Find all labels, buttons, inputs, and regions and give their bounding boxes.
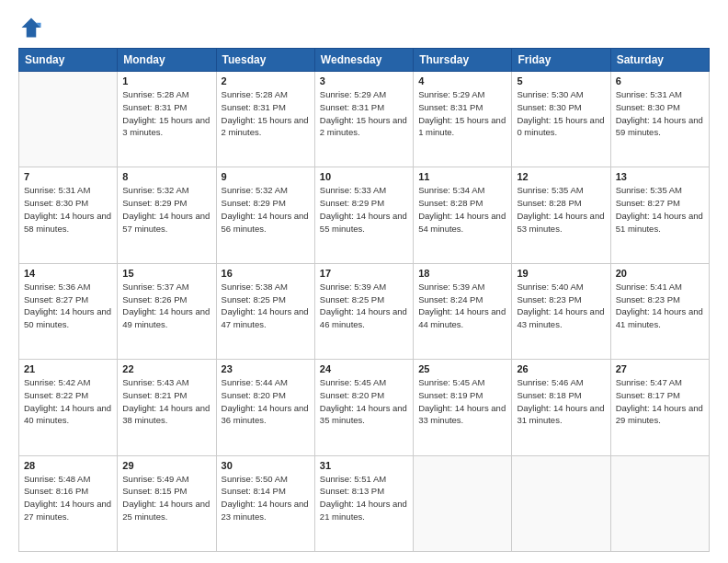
calendar-cell (19, 72, 118, 167)
calendar-cell: 30Sunrise: 5:50 AMSunset: 8:14 PMDayligh… (216, 455, 314, 551)
cell-date: 28 (24, 460, 112, 471)
cell-date: 20 (616, 268, 704, 279)
cell-date: 15 (122, 268, 210, 279)
cell-date: 31 (320, 460, 408, 471)
cell-date: 8 (122, 171, 210, 182)
cell-date: 11 (418, 171, 506, 182)
cell-info: Sunrise: 5:45 AMSunset: 8:19 PMDaylight:… (418, 376, 506, 427)
cell-info: Sunrise: 5:32 AMSunset: 8:29 PMDaylight:… (222, 184, 310, 235)
cell-date: 12 (517, 171, 605, 182)
calendar-cell: 31Sunrise: 5:51 AMSunset: 8:13 PMDayligh… (314, 455, 413, 551)
calendar-cell: 3Sunrise: 5:29 AMSunset: 8:31 PMDaylight… (314, 72, 413, 167)
cell-info: Sunrise: 5:51 AMSunset: 8:13 PMDaylight:… (320, 473, 408, 523)
calendar-week-2: 7Sunrise: 5:31 AMSunset: 8:30 PMDaylight… (19, 167, 710, 263)
calendar-week-3: 14Sunrise: 5:36 AMSunset: 8:27 PMDayligh… (19, 263, 710, 359)
header (18, 15, 710, 40)
cell-date: 10 (320, 171, 408, 182)
day-header-tuesday: Tuesday (216, 49, 314, 72)
cell-info: Sunrise: 5:37 AMSunset: 8:26 PMDaylight:… (122, 281, 210, 331)
calendar-cell: 21Sunrise: 5:42 AMSunset: 8:22 PMDayligh… (19, 360, 118, 455)
calendar-week-1: 1Sunrise: 5:28 AMSunset: 8:31 PMDaylight… (19, 72, 710, 167)
cell-info: Sunrise: 5:31 AMSunset: 8:30 PMDaylight:… (24, 184, 112, 235)
cell-info: Sunrise: 5:40 AMSunset: 8:23 PMDaylight:… (517, 281, 605, 331)
svg-marker-0 (22, 18, 41, 38)
calendar-week-5: 28Sunrise: 5:48 AMSunset: 8:16 PMDayligh… (19, 455, 710, 551)
cell-date: 26 (517, 363, 605, 374)
day-header-wednesday: Wednesday (314, 49, 413, 72)
cell-date: 5 (517, 75, 605, 86)
cell-info: Sunrise: 5:42 AMSunset: 8:22 PMDaylight:… (24, 376, 112, 427)
calendar-cell: 6Sunrise: 5:31 AMSunset: 8:30 PMDaylight… (610, 72, 709, 167)
cell-date: 30 (222, 460, 310, 471)
calendar-week-4: 21Sunrise: 5:42 AMSunset: 8:22 PMDayligh… (19, 360, 710, 455)
cell-info: Sunrise: 5:36 AMSunset: 8:27 PMDaylight:… (24, 281, 112, 331)
cell-info: Sunrise: 5:48 AMSunset: 8:16 PMDaylight:… (24, 473, 112, 523)
cell-info: Sunrise: 5:29 AMSunset: 8:31 PMDaylight:… (418, 88, 506, 139)
cell-info: Sunrise: 5:41 AMSunset: 8:23 PMDaylight:… (616, 281, 704, 331)
cell-date: 17 (320, 268, 408, 279)
cell-date: 22 (122, 363, 210, 374)
calendar-cell: 10Sunrise: 5:33 AMSunset: 8:29 PMDayligh… (314, 167, 413, 263)
cell-date: 13 (616, 171, 704, 182)
calendar-cell: 9Sunrise: 5:32 AMSunset: 8:29 PMDaylight… (216, 167, 314, 263)
cell-info: Sunrise: 5:50 AMSunset: 8:14 PMDaylight:… (222, 473, 310, 523)
logo-icon (18, 15, 44, 40)
cell-info: Sunrise: 5:28 AMSunset: 8:31 PMDaylight:… (122, 88, 210, 139)
cell-info: Sunrise: 5:45 AMSunset: 8:20 PMDaylight:… (320, 376, 408, 427)
cell-info: Sunrise: 5:38 AMSunset: 8:25 PMDaylight:… (222, 281, 310, 331)
calendar-header-row: SundayMondayTuesdayWednesdayThursdayFrid… (19, 49, 710, 72)
cell-date: 18 (418, 268, 506, 279)
cell-info: Sunrise: 5:29 AMSunset: 8:31 PMDaylight:… (320, 88, 408, 139)
cell-info: Sunrise: 5:32 AMSunset: 8:29 PMDaylight:… (122, 184, 210, 235)
cell-info: Sunrise: 5:28 AMSunset: 8:31 PMDaylight:… (222, 88, 310, 139)
calendar-cell: 26Sunrise: 5:46 AMSunset: 8:18 PMDayligh… (512, 360, 610, 455)
cell-date: 9 (222, 171, 310, 182)
cell-info: Sunrise: 5:46 AMSunset: 8:18 PMDaylight:… (517, 376, 605, 427)
cell-date: 4 (418, 75, 506, 86)
calendar-cell: 24Sunrise: 5:45 AMSunset: 8:20 PMDayligh… (314, 360, 413, 455)
cell-info: Sunrise: 5:35 AMSunset: 8:28 PMDaylight:… (517, 184, 605, 235)
cell-date: 1 (122, 75, 210, 86)
calendar-cell: 14Sunrise: 5:36 AMSunset: 8:27 PMDayligh… (19, 263, 118, 359)
cell-date: 24 (320, 363, 408, 374)
calendar-cell: 11Sunrise: 5:34 AMSunset: 8:28 PMDayligh… (414, 167, 512, 263)
cell-info: Sunrise: 5:47 AMSunset: 8:17 PMDaylight:… (616, 376, 704, 427)
calendar-cell: 8Sunrise: 5:32 AMSunset: 8:29 PMDaylight… (118, 167, 216, 263)
cell-info: Sunrise: 5:49 AMSunset: 8:15 PMDaylight:… (122, 473, 210, 523)
calendar-cell: 4Sunrise: 5:29 AMSunset: 8:31 PMDaylight… (414, 72, 512, 167)
cell-info: Sunrise: 5:43 AMSunset: 8:21 PMDaylight:… (122, 376, 210, 427)
calendar-cell: 22Sunrise: 5:43 AMSunset: 8:21 PMDayligh… (118, 360, 216, 455)
cell-info: Sunrise: 5:30 AMSunset: 8:30 PMDaylight:… (517, 88, 605, 139)
calendar-cell: 18Sunrise: 5:39 AMSunset: 8:24 PMDayligh… (414, 263, 512, 359)
calendar-cell: 13Sunrise: 5:35 AMSunset: 8:27 PMDayligh… (610, 167, 709, 263)
cell-date: 25 (418, 363, 506, 374)
cell-info: Sunrise: 5:39 AMSunset: 8:25 PMDaylight:… (320, 281, 408, 331)
cell-info: Sunrise: 5:35 AMSunset: 8:27 PMDaylight:… (616, 184, 704, 235)
calendar-cell: 28Sunrise: 5:48 AMSunset: 8:16 PMDayligh… (19, 455, 118, 551)
calendar-cell: 25Sunrise: 5:45 AMSunset: 8:19 PMDayligh… (414, 360, 512, 455)
cell-date: 2 (222, 75, 310, 86)
cell-info: Sunrise: 5:44 AMSunset: 8:20 PMDaylight:… (222, 376, 310, 427)
page: SundayMondayTuesdayWednesdayThursdayFrid… (0, 0, 728, 563)
calendar-cell: 1Sunrise: 5:28 AMSunset: 8:31 PMDaylight… (118, 72, 216, 167)
cell-info: Sunrise: 5:34 AMSunset: 8:28 PMDaylight:… (418, 184, 506, 235)
cell-info: Sunrise: 5:39 AMSunset: 8:24 PMDaylight:… (418, 281, 506, 331)
calendar-cell: 29Sunrise: 5:49 AMSunset: 8:15 PMDayligh… (118, 455, 216, 551)
calendar-cell: 7Sunrise: 5:31 AMSunset: 8:30 PMDaylight… (19, 167, 118, 263)
cell-date: 7 (24, 171, 112, 182)
calendar-cell: 12Sunrise: 5:35 AMSunset: 8:28 PMDayligh… (512, 167, 610, 263)
cell-date: 14 (24, 268, 112, 279)
calendar-cell: 15Sunrise: 5:37 AMSunset: 8:26 PMDayligh… (118, 263, 216, 359)
calendar-cell (512, 455, 610, 551)
calendar-cell: 27Sunrise: 5:47 AMSunset: 8:17 PMDayligh… (610, 360, 709, 455)
cell-date: 23 (222, 363, 310, 374)
logo (18, 15, 48, 40)
calendar-cell: 20Sunrise: 5:41 AMSunset: 8:23 PMDayligh… (610, 263, 709, 359)
cell-date: 29 (122, 460, 210, 471)
day-header-friday: Friday (512, 49, 610, 72)
calendar-cell (414, 455, 512, 551)
cell-date: 3 (320, 75, 408, 86)
cell-date: 27 (616, 363, 704, 374)
calendar-cell: 17Sunrise: 5:39 AMSunset: 8:25 PMDayligh… (314, 263, 413, 359)
day-header-saturday: Saturday (610, 49, 709, 72)
